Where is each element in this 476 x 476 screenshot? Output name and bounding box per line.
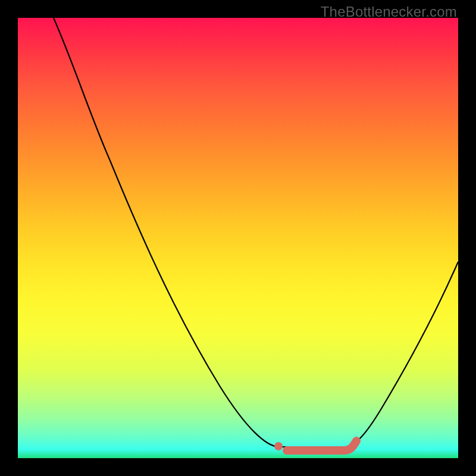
optimal-start-dot: [274, 442, 283, 450]
optimal-range-marker: [287, 441, 356, 450]
bottleneck-curve: [54, 18, 458, 447]
chart-container: TheBottlenecker.com: [0, 0, 476, 476]
chart-svg: [18, 18, 458, 458]
